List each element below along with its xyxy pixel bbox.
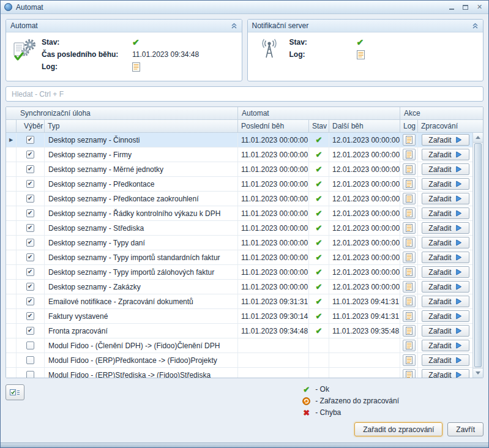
row-checkbox[interactable] <box>26 224 34 232</box>
table-row[interactable]: Desktop seznamy - Řádky kontrolního výka… <box>6 206 472 221</box>
log-button[interactable] <box>403 325 416 337</box>
table-row[interactable]: Modul Fidoo - (ERP)Předkontace -> (Fidoo… <box>6 353 472 368</box>
table-row[interactable]: Desktop seznamy - Typy importů standardn… <box>6 250 472 265</box>
zaradit-button[interactable]: Zařadit <box>422 266 469 278</box>
row-checkbox[interactable] <box>26 342 34 349</box>
col-header-typ[interactable]: Typ <box>45 120 238 132</box>
row-checkbox[interactable] <box>26 253 34 261</box>
zaradit-button[interactable]: Zařadit <box>422 222 469 234</box>
automat-log-button[interactable] <box>132 62 140 72</box>
zaradit-button[interactable]: Zařadit <box>422 354 469 366</box>
row-checkbox[interactable] <box>26 312 34 320</box>
table-row[interactable]: Desktop seznamy - Měrné jednotky 11.01.2… <box>6 162 472 177</box>
zaradit-button[interactable]: Zařadit <box>422 178 469 190</box>
zaradit-button[interactable]: Zařadit <box>422 252 469 263</box>
zaradit-button[interactable]: Zařadit <box>422 149 469 160</box>
table-row[interactable]: Desktop seznamy - Střediska 11.01.2023 0… <box>6 221 472 236</box>
col-header-dalsi-beh[interactable]: Další běh <box>329 120 400 132</box>
row-checkbox[interactable] <box>26 297 34 305</box>
row-checkbox[interactable] <box>26 283 34 291</box>
table-row[interactable]: Desktop seznamy - Firmy 11.01.2023 00:00… <box>6 147 472 162</box>
table-row[interactable]: Desktop seznamy - Předkontace zaokrouhle… <box>6 192 472 206</box>
table-row[interactable]: Desktop seznamy - Typy importů zálohovýc… <box>6 265 472 280</box>
row-task-name: Modul Fidoo - (Členění DPH) -> (Fidoo)Čl… <box>45 338 238 353</box>
scrollbar-thumb[interactable] <box>474 143 482 367</box>
table-row[interactable]: Desktop seznamy - Zakázky 11.01.2023 00:… <box>6 280 472 294</box>
zaradit-label: Zařadit <box>428 356 451 365</box>
log-button[interactable] <box>403 237 416 248</box>
zaradit-button[interactable]: Zařadit <box>422 237 469 248</box>
row-checkbox[interactable] <box>26 371 34 378</box>
row-checkbox[interactable] <box>26 356 34 364</box>
zaradit-button[interactable]: Zařadit <box>422 296 469 307</box>
log-button[interactable] <box>403 354 416 366</box>
table-row[interactable]: ▶ Desktop seznamy - Činnosti 11.01.2023 … <box>6 133 472 147</box>
search-input[interactable] <box>6 86 483 102</box>
row-checkbox[interactable] <box>26 239 34 247</box>
row-checkbox[interactable] <box>26 151 34 159</box>
zaradit-button[interactable]: Zařadit <box>422 207 469 219</box>
row-checkbox[interactable] <box>26 180 34 188</box>
row-checkbox[interactable] <box>26 165 34 173</box>
table-row[interactable]: Desktop seznamy - Typy daní 11.01.2023 0… <box>6 236 472 250</box>
enqueue-button[interactable]: Zařadit do zpracování <box>354 422 442 436</box>
col-header-zpracovani[interactable]: Zpracování <box>418 120 483 132</box>
log-button[interactable] <box>403 266 416 278</box>
zaradit-button[interactable]: Zařadit <box>422 163 469 175</box>
col-header-vyber[interactable]: Výběr <box>17 120 45 132</box>
scroll-down-button[interactable] <box>473 368 483 378</box>
log-button[interactable] <box>403 178 416 190</box>
log-button[interactable] <box>403 163 416 175</box>
zaradit-label: Zařadit <box>428 371 451 378</box>
row-next-run: 12.01.2023 00:00:00 <box>329 133 400 147</box>
zaradit-button[interactable]: Zařadit <box>422 310 469 322</box>
scroll-up-button[interactable] <box>473 133 483 143</box>
collapse-chevron-icon[interactable] <box>472 23 479 29</box>
select-all-button[interactable] <box>6 384 24 400</box>
close-button[interactable]: Zavřít <box>447 422 483 436</box>
legend-item-ok: ✔ - Ok <box>302 384 399 395</box>
log-button[interactable] <box>403 134 416 146</box>
zaradit-button[interactable]: Zařadit <box>422 134 469 146</box>
row-task-name: Desktop seznamy - Typy importů zálohovýc… <box>45 265 238 279</box>
log-button[interactable] <box>403 193 416 204</box>
play-icon <box>455 136 462 143</box>
col-header-log[interactable]: Log <box>400 120 418 132</box>
table-row[interactable]: Fronta zpracování 11.01.2023 09:34:48 ✔ … <box>6 324 472 338</box>
row-checkbox[interactable] <box>26 195 34 203</box>
log-button[interactable] <box>403 149 416 160</box>
row-checkbox[interactable] <box>26 209 34 217</box>
zaradit-button[interactable]: Zařadit <box>422 281 469 293</box>
zaradit-button[interactable]: Zařadit <box>422 325 469 337</box>
col-header-posledni-beh[interactable]: Poslední běh <box>238 120 309 132</box>
play-icon <box>455 210 462 217</box>
log-button[interactable] <box>403 310 416 322</box>
table-row[interactable]: Desktop seznamy - Předkontace 11.01.2023… <box>6 177 472 192</box>
log-button[interactable] <box>403 207 416 219</box>
log-button[interactable] <box>403 296 416 307</box>
row-checkbox[interactable] <box>26 136 34 144</box>
collapse-chevron-icon[interactable] <box>231 23 237 29</box>
table-row[interactable]: Emailové notifikace - Zpracování dokumen… <box>6 294 472 309</box>
col-header-stav[interactable]: Stav <box>309 120 329 132</box>
notification-log-button[interactable] <box>357 50 365 59</box>
row-checkbox[interactable] <box>26 268 34 276</box>
log-button[interactable] <box>403 369 416 378</box>
zaradit-button[interactable]: Zařadit <box>422 369 469 378</box>
title-bar[interactable]: Automat ✕ <box>1 1 488 14</box>
zaradit-label: Zařadit <box>428 297 451 306</box>
table-row[interactable]: Modul Fidoo - (ERP)Střediska -> (Fidoo)S… <box>6 368 472 378</box>
log-button[interactable] <box>403 340 416 351</box>
log-button[interactable] <box>403 281 416 293</box>
close-icon[interactable]: ✕ <box>474 2 485 12</box>
maximize-button[interactable] <box>460 2 471 12</box>
table-row[interactable]: Modul Fidoo - (Členění DPH) -> (Fidoo)Čl… <box>6 338 472 353</box>
vertical-scrollbar[interactable] <box>472 133 483 378</box>
log-button[interactable] <box>403 222 416 234</box>
minimize-button[interactable] <box>446 2 457 12</box>
table-row[interactable]: Faktury vystavené 11.01.2023 09:30:14 ✔ … <box>6 309 472 324</box>
log-button[interactable] <box>403 252 416 263</box>
zaradit-button[interactable]: Zařadit <box>422 340 469 351</box>
row-checkbox[interactable] <box>26 327 34 335</box>
zaradit-button[interactable]: Zařadit <box>422 193 469 204</box>
